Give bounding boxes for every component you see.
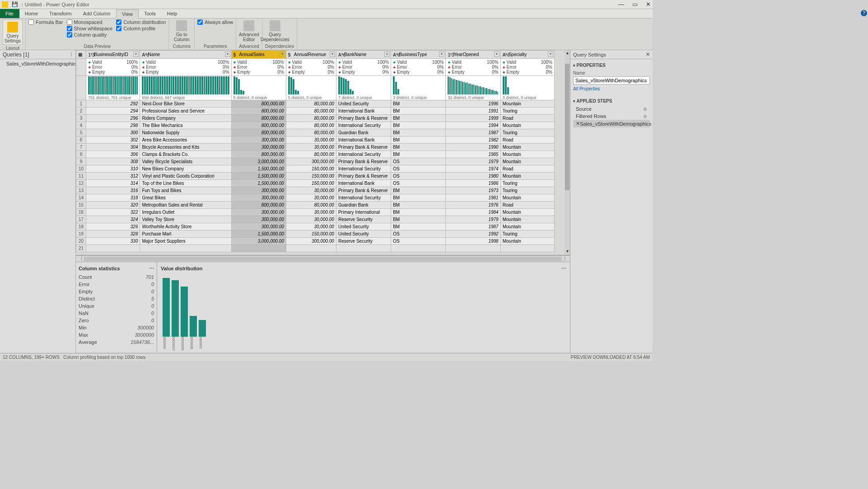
table-row[interactable]: 13316Fun Toys and Bikes300,000.0030,000.…	[76, 187, 555, 194]
scroll-down-icon[interactable]: ▾	[565, 249, 570, 255]
step-filtered-rows[interactable]: Filtered Rows⚙	[573, 113, 650, 120]
scroll-up-icon[interactable]: ▴	[565, 50, 570, 56]
query-dependencies-button[interactable]: Query Dependencies	[265, 19, 285, 42]
check-column-quality[interactable]: Column quality	[67, 32, 113, 38]
queries-panel: Queries [1] 〈 Sales_vStoreWithDemographi…	[0, 50, 76, 353]
scrollbar-thumb[interactable]	[565, 64, 569, 190]
table-row[interactable]: 19328Purchase Mart1,500,000.00150,000.00…	[76, 230, 555, 238]
table-row[interactable]: 5300Nationwide Supply800,000.0080,000.00…	[76, 129, 555, 136]
scroll-left-icon[interactable]: 〈	[76, 255, 84, 262]
col-bank-name[interactable]: AᴮcBankName▾	[336, 51, 391, 59]
value-distribution-panel: Value distribution⋯ 30000015000003000000…	[157, 262, 570, 352]
query-item[interactable]: Sales_vStoreWithDemographics	[0, 59, 75, 68]
chart-bar	[172, 280, 179, 337]
check-always-allow[interactable]: Always allow	[197, 19, 233, 25]
go-to-column-button[interactable]: Go to Column	[172, 19, 191, 42]
all-properties-link[interactable]: All Properties	[573, 85, 650, 93]
close-icon[interactable]: ✕	[646, 52, 650, 57]
gear-icon[interactable]: ⚙	[643, 107, 647, 112]
stat-row: Max3000000	[79, 331, 154, 339]
table-row[interactable]: 3296Riders Company800,000.0080,000.00Pri…	[76, 115, 555, 122]
scroll-right-icon[interactable]: 〉	[562, 255, 570, 262]
table-row[interactable]: 6302Area Bike Accessories300,000.0030,00…	[76, 136, 555, 144]
tab-home[interactable]: Home	[19, 9, 44, 18]
stat-row: Unique0	[79, 302, 154, 310]
more-icon[interactable]: ⋯	[561, 266, 566, 272]
check-formula-bar[interactable]: Formula Bar	[28, 19, 63, 25]
tab-file[interactable]: File	[0, 9, 19, 18]
row-header-corner[interactable]: ▦	[76, 51, 86, 59]
filter-dropdown-icon[interactable]: ▾	[439, 52, 444, 57]
filter-dropdown-icon[interactable]: ▾	[384, 52, 390, 57]
close-button[interactable]: ✕	[646, 1, 651, 8]
currency-icon: $	[233, 52, 238, 57]
gear-icon[interactable]: ⚙	[643, 114, 647, 119]
table-row[interactable]: 20330Major Sport Suppliers3,000,000.0030…	[76, 238, 555, 245]
step-source[interactable]: Source⚙	[573, 105, 650, 113]
table-row[interactable]: 8306Clamps & Brackets Co.800,000.0080,00…	[76, 151, 555, 158]
scrollbar-track[interactable]	[84, 257, 562, 261]
stat-row: Count701	[79, 273, 154, 281]
tab-add-column[interactable]: Add Column	[78, 9, 117, 18]
table-row[interactable]: 15320Metropolitan Sales and Rental800,00…	[76, 202, 555, 209]
applied-steps-section[interactable]: APPLIED STEPS	[573, 97, 650, 105]
stat-row: Error0	[79, 281, 154, 288]
save-icon[interactable]: 💾	[12, 1, 18, 7]
filter-dropdown-icon[interactable]: ▾	[330, 52, 335, 57]
table-row[interactable]: 21	[76, 245, 555, 252]
maximize-button[interactable]: ▭	[632, 1, 638, 8]
properties-section[interactable]: PROPERTIES	[573, 61, 650, 70]
table-row[interactable]: 16322Irregulars Outlet300,000.0030,000.0…	[76, 209, 555, 216]
column-header-row[interactable]: ▦ 1²3BusinessEntityID▾ AᴮcName▾ $AnnualS…	[76, 51, 555, 59]
col-name[interactable]: AᴮcName▾	[140, 51, 231, 59]
text-icon: Aᴮc	[393, 52, 397, 57]
check-monospaced[interactable]: Monospaced	[67, 19, 113, 25]
advanced-editor-button[interactable]: Advanced Editor	[239, 19, 259, 42]
vertical-scrollbar[interactable]: ▴ ▾	[565, 50, 570, 255]
check-column-profile[interactable]: Column profile	[116, 26, 166, 31]
check-column-distribution[interactable]: Column distribution	[116, 19, 166, 25]
data-grid[interactable]: ▦ 1²3BusinessEntityID▾ AᴮcName▾ $AnnualS…	[76, 50, 570, 255]
collapse-queries-icon[interactable]: 〈	[67, 51, 73, 58]
queries-header: Queries [1]	[3, 52, 29, 58]
table-row[interactable]: 2294Professional Sales and Service800,00…	[76, 108, 555, 115]
tab-help[interactable]: Help	[162, 9, 183, 18]
table-row[interactable]: 11312Vinyl and Plastic Goods Corporation…	[76, 173, 555, 180]
table-row[interactable]: 12314Top of the Line Bikes1,500,000.0015…	[76, 180, 555, 187]
value-distribution-chart	[161, 273, 566, 337]
minimize-button[interactable]: —	[618, 1, 624, 8]
col-specialty[interactable]: AᴮcSpecialty▾	[500, 51, 554, 59]
text-icon: Aᴮc	[503, 52, 507, 57]
query-name-input[interactable]	[573, 76, 650, 85]
table-row[interactable]: 7304Bicycle Accessories and Kits300,000.…	[76, 144, 555, 151]
more-icon[interactable]: ⋯	[149, 266, 154, 272]
stat-row: Distinct5	[79, 295, 154, 302]
filter-dropdown-icon[interactable]: ▾	[133, 52, 139, 57]
filter-dropdown-icon[interactable]: ▾	[494, 52, 499, 57]
filter-dropdown-icon[interactable]: ▾	[548, 52, 553, 57]
col-business-entity-id[interactable]: 1²3BusinessEntityID▾	[86, 51, 140, 59]
horizontal-scrollbar[interactable]: 〈 〉	[76, 255, 570, 262]
filter-dropdown-icon[interactable]: ▾	[225, 52, 230, 57]
table-row[interactable]: 9308Valley Bicycle Specialists3,000,000.…	[76, 158, 555, 165]
col-year-opened[interactable]: 1²3YearOpened▾	[446, 51, 500, 59]
query-settings-button[interactable]: Query Settings	[3, 19, 23, 45]
tab-transform[interactable]: Transform	[44, 9, 78, 18]
table-row[interactable]: 17324Valley Toy Store300,000.0030,000.00…	[76, 216, 555, 223]
table-row[interactable]: 18326Worthwhile Activity Store300,000.00…	[76, 223, 555, 230]
table-row[interactable]: 10310New Bikes Company1,500,000.00150,00…	[76, 165, 555, 173]
col-annual-sales[interactable]: $AnnualSales▾	[231, 51, 286, 59]
step-selected[interactable]: ✕ Sales_vStoreWithDemographics	[573, 120, 650, 127]
check-show-whitespace[interactable]: Show whitespace	[67, 26, 113, 31]
table-row[interactable]: 1292Next-Door Bike Store800,000.0080,000…	[76, 100, 555, 108]
status-bar: 12 COLUMNS, 199+ ROWS Column profiling b…	[0, 353, 653, 361]
text-icon: Aᴮc	[338, 52, 343, 57]
menu-bar: File Home Transform Add Column View Tool…	[0, 9, 653, 19]
tab-tools[interactable]: Tools	[139, 9, 162, 18]
col-business-type[interactable]: AᴮcBusinessType▾	[391, 51, 446, 59]
filter-dropdown-icon[interactable]: ▾	[280, 52, 285, 57]
tab-view[interactable]: View	[116, 9, 139, 19]
col-annual-revenue[interactable]: $AnnualRevenue▾	[286, 51, 336, 59]
table-row[interactable]: 14318Great Bikes 300,000.0030,000.00Inte…	[76, 194, 555, 202]
table-row[interactable]: 4298The Bike Mechanics800,000.0080,000.0…	[76, 122, 555, 129]
